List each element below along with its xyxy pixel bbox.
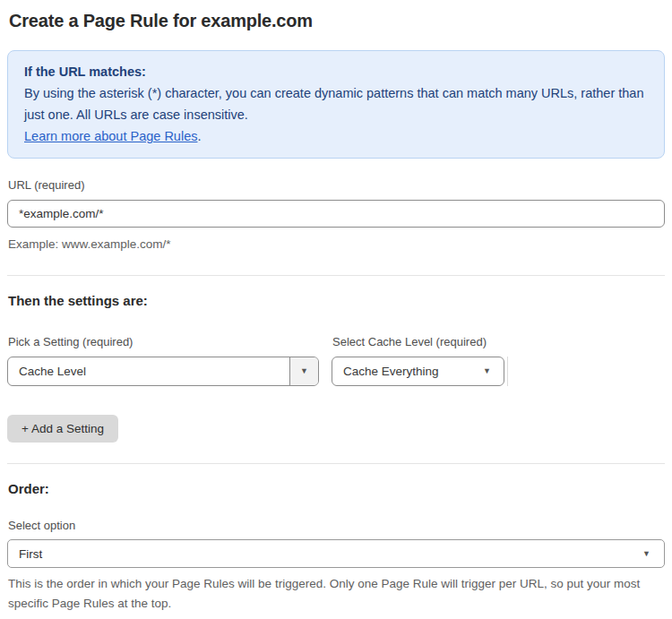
cache-level-picker-wrap: Cache Everything ▼ (332, 357, 508, 386)
order-select[interactable]: First ▼ (7, 539, 665, 568)
cache-level-picker-label: Select Cache Level (required) (332, 335, 508, 348)
add-setting-button[interactable]: + Add a Setting (7, 415, 118, 443)
setting-picker-label: Pick a Setting (required) (8, 335, 319, 348)
info-box-heading: If the URL matches: (24, 61, 648, 82)
learn-more-link[interactable]: Learn more about Page Rules (24, 129, 197, 143)
setting-column-divider (507, 357, 508, 386)
setting-picker-group: Pick a Setting (required) Cache Level ▼ (7, 308, 319, 386)
cache-level-select[interactable]: Cache Everything ▼ (332, 357, 504, 386)
page-title: Create a Page Rule for example.com (9, 11, 665, 31)
setting-picker-arrow-segment: ▼ (289, 357, 318, 385)
order-select-value: First (19, 547, 42, 561)
section-divider (7, 275, 665, 276)
info-box-link-line: Learn more about Page Rules. (24, 125, 648, 147)
setting-picker-value: Cache Level (8, 357, 289, 385)
order-section-heading: Order: (8, 481, 665, 496)
url-match-info-box: If the URL matches: By using the asteris… (7, 50, 665, 159)
create-page-rule-form: Create a Page Rule for example.com If th… (0, 0, 672, 619)
order-select-label: Select option (8, 519, 665, 532)
url-field-helper: Example: www.example.com/* (8, 235, 665, 254)
url-field-label: URL (required) (8, 178, 665, 192)
link-suffix: . (197, 129, 201, 143)
dropdown-arrow-icon: ▼ (642, 550, 650, 558)
dropdown-arrow-icon: ▼ (300, 367, 308, 375)
settings-row: Pick a Setting (required) Cache Level ▼ … (7, 308, 665, 386)
url-input[interactable] (7, 200, 665, 228)
order-helper-text: This is the order in which your Page Rul… (8, 574, 665, 614)
dropdown-arrow-icon: ▼ (483, 367, 491, 375)
cache-level-value: Cache Everything (343, 365, 439, 378)
cache-level-picker-group: Select Cache Level (required) Cache Ever… (332, 308, 508, 386)
setting-picker-select[interactable]: Cache Level ▼ (7, 357, 319, 386)
info-box-body: By using the asterisk (*) character, you… (24, 82, 648, 125)
settings-section-heading: Then the settings are: (8, 293, 665, 308)
section-divider (7, 463, 665, 464)
